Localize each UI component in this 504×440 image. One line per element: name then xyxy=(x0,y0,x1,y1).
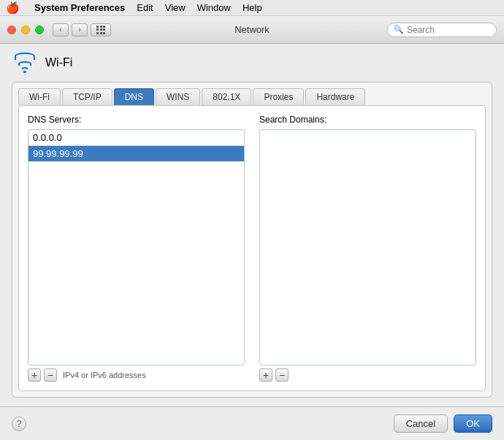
search-domains-column: Search Domains: + − xyxy=(259,115,476,382)
tab-proxies[interactable]: Proxies xyxy=(253,88,304,105)
dns-servers-label: DNS Servers: xyxy=(28,115,245,125)
wifi-icon xyxy=(12,53,38,73)
titlebar: ‹ › Network 🔍 xyxy=(0,16,504,44)
maximize-button[interactable] xyxy=(35,26,44,34)
tab-dns[interactable]: DNS xyxy=(114,88,154,105)
minimize-button[interactable] xyxy=(21,26,30,34)
search-input[interactable] xyxy=(407,25,490,35)
search-icon: 🔍 xyxy=(394,25,404,34)
close-button[interactable] xyxy=(7,26,16,34)
wifi-header: Wi-Fi xyxy=(12,53,492,73)
dns-columns: DNS Servers: 0.0.0.0 99.99.99.99 + − IPv… xyxy=(28,115,476,382)
action-buttons: Cancel OK xyxy=(394,414,492,433)
search-bar[interactable]: 🔍 xyxy=(387,23,497,37)
dns-servers-buttons: + − IPv4 or IPv6 addresses xyxy=(28,368,245,382)
nav-buttons: ‹ › xyxy=(53,23,88,36)
menu-system-preferences[interactable]: System Preferences xyxy=(34,2,125,13)
traffic-lights xyxy=(7,26,44,34)
dns-servers-column: DNS Servers: 0.0.0.0 99.99.99.99 + − IPv… xyxy=(28,115,245,382)
menu-edit[interactable]: Edit xyxy=(137,2,153,13)
dns-server-entry-0[interactable]: 0.0.0.0 xyxy=(28,130,244,146)
dns-server-entry-1[interactable]: 99.99.99.99 xyxy=(28,146,244,162)
remove-dns-server-button[interactable]: − xyxy=(44,368,57,382)
search-domains-list[interactable] xyxy=(259,129,476,366)
content-area: Wi-Fi Wi-Fi TCP/IP DNS WINS 802.1X Proxi… xyxy=(0,44,504,406)
bottom-bar: ? Cancel OK xyxy=(0,406,504,440)
menu-view[interactable]: View xyxy=(165,2,186,13)
window-title: Network xyxy=(234,24,270,35)
menubar: 🍎 System Preferences Edit View Window He… xyxy=(0,0,504,16)
menu-window[interactable]: Window xyxy=(197,2,231,13)
tab-8021x[interactable]: 802.1X xyxy=(202,88,251,105)
dns-servers-list[interactable]: 0.0.0.0 99.99.99.99 xyxy=(28,129,245,366)
add-dns-server-button[interactable]: + xyxy=(28,368,41,382)
tab-wifi[interactable]: Wi-Fi xyxy=(18,88,61,105)
back-button[interactable]: ‹ xyxy=(53,23,69,36)
cancel-button[interactable]: Cancel xyxy=(394,414,448,433)
tab-hardware[interactable]: Hardware xyxy=(305,88,365,105)
dns-hint: IPv4 or IPv6 addresses xyxy=(63,371,146,379)
wifi-label: Wi-Fi xyxy=(45,56,72,69)
search-domains-label: Search Domains: xyxy=(259,115,476,125)
ok-button[interactable]: OK xyxy=(454,414,492,433)
tab-wins[interactable]: WINS xyxy=(156,88,200,105)
tab-tcpip[interactable]: TCP/IP xyxy=(62,88,112,105)
panel: Wi-Fi TCP/IP DNS WINS 802.1X Proxies Har… xyxy=(12,82,492,398)
menu-help[interactable]: Help xyxy=(243,2,262,13)
add-search-domain-button[interactable]: + xyxy=(259,368,272,382)
help-button[interactable]: ? xyxy=(12,417,26,431)
tab-content-dns: DNS Servers: 0.0.0.0 99.99.99.99 + − IPv… xyxy=(18,105,486,391)
apple-menu[interactable]: 🍎 xyxy=(6,1,20,15)
tab-bar: Wi-Fi TCP/IP DNS WINS 802.1X Proxies Har… xyxy=(12,82,492,105)
window: ‹ › Network 🔍 Wi-Fi xyxy=(0,16,504,440)
grid-icon xyxy=(96,26,105,34)
grid-button[interactable] xyxy=(91,23,111,36)
search-domains-buttons: + − xyxy=(259,368,476,382)
forward-button[interactable]: › xyxy=(72,23,88,36)
remove-search-domain-button[interactable]: − xyxy=(275,368,289,382)
